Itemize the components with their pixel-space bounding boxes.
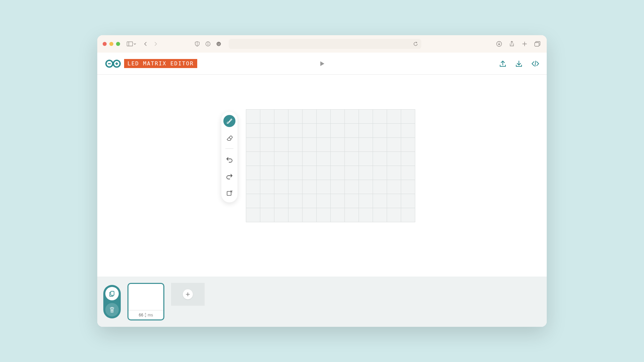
led-cell[interactable] xyxy=(373,138,387,152)
led-cell[interactable] xyxy=(317,166,330,180)
led-cell[interactable] xyxy=(260,152,274,166)
led-cell[interactable] xyxy=(373,124,387,137)
led-cell[interactable] xyxy=(373,194,387,208)
led-cell[interactable] xyxy=(401,124,415,137)
led-cell[interactable] xyxy=(345,208,359,222)
led-cell[interactable] xyxy=(317,124,330,137)
draw-tool-button[interactable] xyxy=(223,115,235,127)
led-cell[interactable] xyxy=(331,124,344,137)
led-cell[interactable] xyxy=(331,138,344,152)
redo-button[interactable] xyxy=(223,170,235,182)
led-cell[interactable] xyxy=(288,166,302,180)
led-cell[interactable] xyxy=(246,166,260,180)
led-cell[interactable] xyxy=(359,110,373,123)
led-cell[interactable] xyxy=(274,110,288,123)
led-cell[interactable] xyxy=(401,138,415,152)
play-button[interactable] xyxy=(319,61,325,67)
led-cell[interactable] xyxy=(373,152,387,166)
downloads-button[interactable] xyxy=(495,40,503,48)
frame-thumbnail[interactable]: 66 ▲▼ ms xyxy=(127,283,164,320)
led-cell[interactable] xyxy=(274,208,288,222)
led-cell[interactable] xyxy=(274,194,288,208)
delete-frame-button[interactable] xyxy=(105,303,119,316)
new-tab-button[interactable] xyxy=(521,40,529,48)
led-cell[interactable] xyxy=(303,180,316,194)
led-cell[interactable] xyxy=(331,152,344,166)
led-cell[interactable] xyxy=(317,138,330,152)
share-button[interactable] xyxy=(508,40,516,48)
shield-button[interactable] xyxy=(193,40,201,48)
led-cell[interactable] xyxy=(246,208,260,222)
led-cell[interactable] xyxy=(246,180,260,194)
led-cell[interactable] xyxy=(345,152,359,166)
led-cell[interactable] xyxy=(274,166,288,180)
led-cell[interactable] xyxy=(345,180,359,194)
led-cell[interactable] xyxy=(401,208,415,222)
clear-frame-button[interactable] xyxy=(223,187,235,199)
led-cell[interactable] xyxy=(317,208,330,222)
duplicate-frame-button[interactable] xyxy=(105,287,119,300)
led-cell[interactable] xyxy=(246,194,260,208)
led-cell[interactable] xyxy=(317,110,330,123)
frame-duration[interactable]: 66 ▲▼ ms xyxy=(128,310,163,319)
led-cell[interactable] xyxy=(345,110,359,123)
led-cell[interactable] xyxy=(387,124,401,137)
led-cell[interactable] xyxy=(246,152,260,166)
led-cell[interactable] xyxy=(246,110,260,123)
led-cell[interactable] xyxy=(401,194,415,208)
stepper-icon[interactable]: ▲▼ xyxy=(144,312,147,318)
led-cell[interactable] xyxy=(303,124,316,137)
led-cell[interactable] xyxy=(317,194,330,208)
led-cell[interactable] xyxy=(246,124,260,137)
download-button[interactable] xyxy=(515,60,523,67)
minimize-window-button[interactable] xyxy=(109,42,113,46)
led-matrix-grid[interactable] xyxy=(246,109,415,222)
led-cell[interactable] xyxy=(387,180,401,194)
led-cell[interactable] xyxy=(345,138,359,152)
address-bar[interactable] xyxy=(229,39,421,49)
led-cell[interactable] xyxy=(331,180,344,194)
led-cell[interactable] xyxy=(288,110,302,123)
led-cell[interactable] xyxy=(373,166,387,180)
led-cell[interactable] xyxy=(345,194,359,208)
led-cell[interactable] xyxy=(387,166,401,180)
led-cell[interactable] xyxy=(373,110,387,123)
led-cell[interactable] xyxy=(359,152,373,166)
led-cell[interactable] xyxy=(303,194,316,208)
maximize-window-button[interactable] xyxy=(116,42,120,46)
led-cell[interactable] xyxy=(401,166,415,180)
code-view-button[interactable] xyxy=(531,60,539,67)
forward-button[interactable] xyxy=(152,40,160,48)
led-cell[interactable] xyxy=(345,124,359,137)
led-cell[interactable] xyxy=(274,124,288,137)
led-cell[interactable] xyxy=(331,208,344,222)
led-cell[interactable] xyxy=(303,138,316,152)
led-cell[interactable] xyxy=(288,138,302,152)
led-cell[interactable] xyxy=(260,124,274,137)
led-cell[interactable] xyxy=(387,152,401,166)
led-cell[interactable] xyxy=(359,138,373,152)
info-button[interactable] xyxy=(204,40,212,48)
tabs-overview-button[interactable] xyxy=(533,40,541,48)
close-window-button[interactable] xyxy=(103,42,107,46)
led-cell[interactable] xyxy=(288,152,302,166)
led-cell[interactable] xyxy=(274,138,288,152)
upload-button[interactable] xyxy=(499,60,506,67)
led-cell[interactable] xyxy=(373,208,387,222)
led-cell[interactable] xyxy=(387,194,401,208)
back-button[interactable] xyxy=(142,40,150,48)
led-cell[interactable] xyxy=(331,194,344,208)
led-cell[interactable] xyxy=(260,138,274,152)
led-cell[interactable] xyxy=(317,152,330,166)
led-cell[interactable] xyxy=(288,124,302,137)
led-cell[interactable] xyxy=(246,138,260,152)
led-cell[interactable] xyxy=(359,166,373,180)
tracking-button[interactable] xyxy=(215,40,223,48)
sidebar-toggle[interactable] xyxy=(127,42,136,46)
led-cell[interactable] xyxy=(359,180,373,194)
led-cell[interactable] xyxy=(288,180,302,194)
led-cell[interactable] xyxy=(274,152,288,166)
led-cell[interactable] xyxy=(260,110,274,123)
led-cell[interactable] xyxy=(359,124,373,137)
led-cell[interactable] xyxy=(387,138,401,152)
